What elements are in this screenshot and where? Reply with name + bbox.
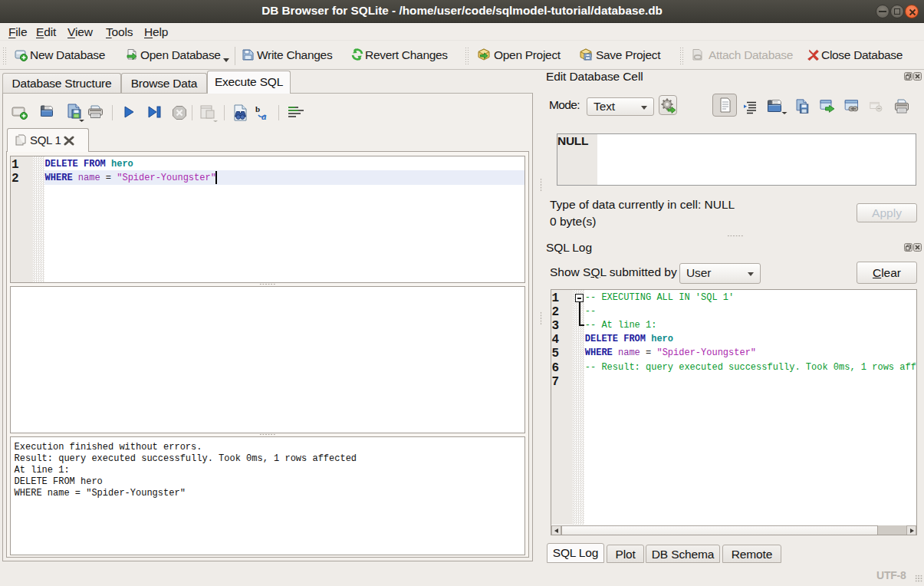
svg-text:b: b (255, 104, 260, 114)
